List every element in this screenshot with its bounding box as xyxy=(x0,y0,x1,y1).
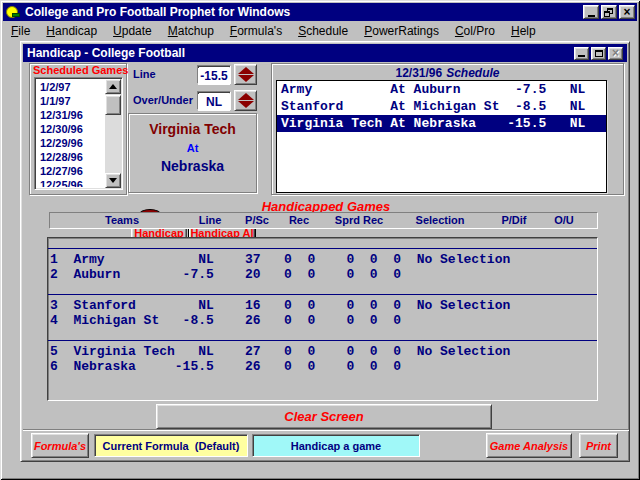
scheduled-dates-list: 1/2/971/1/9712/31/9612/30/9612/29/9612/2… xyxy=(37,80,105,187)
scheduled-date-item[interactable]: 12/25/96 xyxy=(37,178,105,187)
game-row: 4 Michigan St -8.5 26 0 0 0 0 0 xyxy=(50,313,597,328)
schedule-word: Schedule xyxy=(446,66,499,80)
home-team-name: Nebraska xyxy=(129,158,256,174)
game-row: 3 Stanford NL 16 0 0 0 0 0 No Selection xyxy=(50,298,597,313)
spin-up-icon xyxy=(238,93,254,100)
column-header-line: Line xyxy=(199,214,222,226)
schedule-date: 12/31/96 xyxy=(395,66,442,80)
scheduled-date-item[interactable]: 1/1/97 xyxy=(37,94,105,108)
handicap-a-game-indicator: Handicap a game xyxy=(252,434,420,457)
menu-update[interactable]: Update xyxy=(105,23,160,39)
schedule-listbox[interactable]: Army At Auburn -7.5 NLStanford At Michig… xyxy=(276,80,607,193)
column-header-rec: Rec xyxy=(289,214,309,226)
schedule-title: 12/31/96Schedule xyxy=(271,66,624,80)
column-header-pdif: P/Dif xyxy=(501,214,526,226)
over-under-spinner[interactable] xyxy=(234,90,257,111)
schedule-row[interactable]: Army At Auburn -7.5 NL xyxy=(277,81,606,98)
scheduled-games-label: Scheduled Games xyxy=(33,64,128,76)
game-row: 5 Virginia Tech NL 27 0 0 0 0 0 No Selec… xyxy=(50,344,597,359)
over-under-label: Over/Under xyxy=(133,94,193,106)
game-block: 1 Army NL 37 0 0 0 0 0 No Selection2 Aub… xyxy=(48,248,597,294)
football-helmet-icon xyxy=(5,5,21,19)
child-close-icon: × xyxy=(612,48,619,58)
game-row: 6 Nebraska -15.5 26 0 0 0 0 0 xyxy=(50,359,597,374)
menu-file[interactable]: File xyxy=(3,23,38,39)
child-close-button: × xyxy=(608,47,623,60)
scheduled-date-item[interactable]: 12/27/96 xyxy=(37,164,105,178)
menu-schedule[interactable]: Schedule xyxy=(290,23,356,39)
print-button[interactable]: Print xyxy=(579,433,618,458)
title-bar: College and Pro Football Prophet for Win… xyxy=(3,3,637,21)
scrollbar-thumb[interactable] xyxy=(105,95,121,115)
game-block: 5 Virginia Tech NL 27 0 0 0 0 0 No Selec… xyxy=(48,340,597,386)
scroll-down-button[interactable] xyxy=(105,173,121,188)
schedule-row[interactable]: Virginia Tech At Nebraska -15.5 NL xyxy=(277,115,606,132)
column-header-sprdrec: Sprd Rec xyxy=(335,214,383,226)
handicap-window: Handicap - College Football × Scheduled … xyxy=(20,41,630,462)
menu-matchup[interactable]: Matchup xyxy=(160,23,222,39)
application-window: College and Pro Football Prophet for Win… xyxy=(0,0,640,480)
menu-formulas[interactable]: Formula's xyxy=(222,23,290,39)
formulas-button[interactable]: Formula's xyxy=(31,433,89,458)
menu-colpro[interactable]: Col/Pro xyxy=(447,23,503,39)
scheduled-games-listbox[interactable]: 1/2/971/1/9712/31/9612/30/9612/29/9612/2… xyxy=(34,77,123,190)
minimize-icon xyxy=(588,15,595,17)
clear-screen-button[interactable]: Clear Screen xyxy=(156,404,492,429)
child-maximize-button[interactable] xyxy=(591,47,606,60)
minimize-button[interactable] xyxy=(583,5,599,19)
menu-handicap[interactable]: Handicap xyxy=(38,23,105,39)
scroll-up-button[interactable] xyxy=(105,79,121,94)
column-header-psc: P/Sc xyxy=(245,214,269,226)
game-block: 3 Stanford NL 16 0 0 0 0 0 No Selection4… xyxy=(48,294,597,340)
column-header-strip: TeamsLineP/ScRecSprd RecSelectionP/DifO/… xyxy=(49,212,598,229)
over-under-input[interactable] xyxy=(198,94,230,111)
child-minimize-icon xyxy=(578,55,585,57)
scheduled-date-item[interactable]: 12/30/96 xyxy=(37,122,105,136)
handicap-window-title: Handicap - College Football xyxy=(27,46,185,60)
restore-icon xyxy=(604,8,614,17)
line-field-box xyxy=(197,65,231,84)
line-label: Line xyxy=(133,68,156,80)
at-label: At xyxy=(129,142,256,154)
current-formula-indicator: Current Formula (Default) xyxy=(94,434,248,457)
spin-down-icon xyxy=(238,75,254,82)
handicapped-games-panel: 1 Army NL 37 0 0 0 0 0 No Selection2 Aub… xyxy=(47,237,598,401)
close-icon: × xyxy=(623,7,630,17)
game-row: 1 Army NL 37 0 0 0 0 0 No Selection xyxy=(50,252,597,267)
column-header-selection: Selection xyxy=(416,214,465,226)
game-analysis-button[interactable]: Game Analysis xyxy=(486,433,572,458)
spin-up-icon xyxy=(238,67,254,74)
window-title: College and Pro Football Prophet for Win… xyxy=(25,5,290,19)
handicap-window-content: Scheduled Games 1/2/971/1/9712/31/9612/3… xyxy=(23,62,627,459)
line-input[interactable] xyxy=(198,68,230,85)
child-maximize-icon xyxy=(595,50,603,57)
schedule-row[interactable]: Stanford At Michigan St -8.5 NL xyxy=(277,98,606,115)
menu-bar: FileHandicapUpdateMatchupFormula'sSchedu… xyxy=(3,22,637,40)
over-under-field-box xyxy=(197,91,231,110)
handicap-window-title-bar: Handicap - College Football × xyxy=(23,44,627,62)
spin-down-icon xyxy=(238,101,254,108)
menu-powerratings[interactable]: PowerRatings xyxy=(356,23,447,39)
arrow-up-icon xyxy=(109,84,117,89)
scheduled-date-item[interactable]: 1/2/97 xyxy=(37,80,105,94)
scheduled-date-item[interactable]: 12/31/96 xyxy=(37,108,105,122)
game-row: 2 Auburn -7.5 20 0 0 0 0 0 xyxy=(50,267,597,282)
line-spinner[interactable] xyxy=(234,64,257,85)
child-minimize-button[interactable] xyxy=(574,47,589,60)
away-team-name: Virginia Tech xyxy=(129,121,256,137)
footer-separator xyxy=(23,429,629,431)
restore-button[interactable] xyxy=(601,5,617,19)
matchup-box: Virginia Tech At Nebraska xyxy=(128,113,257,193)
scheduled-date-item[interactable]: 12/28/96 xyxy=(37,150,105,164)
column-header-ou: O/U xyxy=(554,214,574,226)
column-header-teams: Teams xyxy=(105,214,139,226)
dates-scrollbar[interactable] xyxy=(105,79,121,188)
scheduled-date-item[interactable]: 12/29/96 xyxy=(37,136,105,150)
close-button[interactable]: × xyxy=(619,5,635,19)
menu-help[interactable]: Help xyxy=(503,23,544,39)
arrow-down-icon xyxy=(109,178,117,183)
